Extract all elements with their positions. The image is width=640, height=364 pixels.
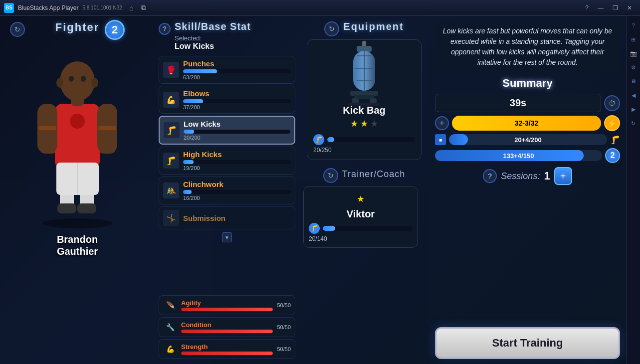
agility-bar-container [181,308,273,311]
skill-stat-bar-icon: ■ [435,134,446,145]
sidebar-icon-refresh[interactable]: ↻ [628,118,639,129]
time-row: 39s ⏱ [435,94,620,112]
energy-row: + 32-3/32 ⚡ [435,115,620,131]
punches-name: Punches [183,59,291,68]
right-sidebar: ? ⊞ 📷 ⚙ 🖥 ◀ ▶ ↻ [626,16,640,364]
equipment-title: Equipment [343,21,404,32]
equipment-stars: ★ ★ ★ [350,118,378,129]
window-controls: ? — ❐ ✕ [581,3,636,12]
bluestacks-logo: BS [4,3,14,13]
skill-item-low-kicks[interactable]: 🦵 Low Kicks 20/200 [159,116,295,145]
timer-icon: ⏱ [604,95,620,111]
sidebar-icon-help[interactable]: ? [628,20,639,31]
skill-item-punches[interactable]: 🥊 Punches 63/200 [159,56,295,84]
sessions-help-button[interactable]: ? [483,169,497,183]
title-bar-left: BS BlueStacks App Player 5.8.101.1001 N3… [4,2,149,13]
skill-stat-bar-fill [449,134,468,145]
sidebar-icon-back[interactable]: ◀ [628,90,639,101]
equipment-stat-bar: 🦵 20/250 [313,134,415,154]
energy-bar: 32-3/32 [452,116,601,131]
equipment-name: Kick Bag [343,105,386,116]
equip-stat-icon: 🦵 [313,134,324,145]
sidebar-icon-settings[interactable]: ⚙ [628,62,639,73]
condition-value: 50/50 [277,324,291,330]
trainer-bar-fill [323,226,335,231]
elbows-bar-container [183,99,291,103]
energy-icon: ⚡ [604,115,620,131]
fighter-section: Fighter ↻ 2 [0,16,155,364]
agility-name: Agility [181,299,273,307]
elbows-icon: 💪 [163,92,179,108]
punches-value: 63/200 [183,74,291,80]
high-kicks-name: High Kicks [183,150,291,159]
sidebar-icon-camera[interactable]: 📷 [628,48,639,59]
strength-info: Strength [181,343,273,355]
xp-row: 133+4/150 2 [435,148,620,163]
nav-buttons: ⌂ ⧉ [126,2,149,13]
multi-button[interactable]: ⧉ [138,2,149,13]
star-1: ★ [350,118,358,129]
trainer-refresh-button[interactable]: ↻ [323,168,338,183]
elbows-bar [183,99,203,103]
elbows-value: 37/200 [183,104,291,110]
condition-name: Condition [181,321,273,329]
fighter-refresh-button[interactable]: ↻ [10,22,25,37]
equipment-card: Kick Bag ★ ★ ★ 🦵 20/250 [307,39,422,160]
star-3: ★ [370,118,378,129]
sidebar-icon-display[interactable]: 🖥 [628,76,639,87]
star-2: ★ [360,118,368,129]
skill-stat-logo: 🦵 [610,135,620,145]
xp-bar-text: 133+4/150 [503,152,534,160]
equipment-refresh-button[interactable]: ↻ [324,21,339,36]
agility-icon: 🪶 [163,298,177,312]
punches-info: Punches 63/200 [183,59,291,80]
condition-bar [181,330,273,333]
skill-help-button[interactable]: ? [159,23,171,35]
svg-rect-7 [55,104,100,169]
skill-scroll-down[interactable]: ▼ [222,232,232,242]
close-button[interactable]: ✕ [623,3,636,12]
elbows-name: Elbows [183,89,291,98]
trainer-card: ★ Viktor 🦵 20/140 [303,186,418,248]
svg-point-16 [81,76,86,82]
equip-bar-fill [327,137,334,142]
sidebar-icon-forward[interactable]: ▶ [628,104,639,115]
punches-bar-container [183,69,291,73]
summary-title: Summary [435,77,620,90]
sessions-row: ? Sessions: 1 + [435,167,620,185]
skill-description: Low kicks are fast but powerful moves th… [435,21,620,73]
trainer-title: Trainer/Coach [342,169,405,180]
svg-point-15 [69,76,74,82]
low-kicks-icon: 🦵 [164,122,180,138]
submission-name: Submission [183,214,291,222]
sidebar-icon-grid[interactable]: ⊞ [628,34,639,45]
svg-point-17 [56,78,63,88]
trainer-stat-bar: 🦵 20/140 [309,223,413,242]
help-button[interactable]: ? [581,3,593,12]
restore-button[interactable]: ❐ [609,3,622,12]
stat-item-strength: 💪 Strength 50/50 [159,339,295,359]
energy-plus-button[interactable]: + [435,116,449,130]
start-training-button[interactable]: Start Training [435,327,620,359]
stat-item-condition: 🔧 Condition 50/50 [159,317,295,337]
skill-item-clinchwork[interactable]: 🤼 Clinchwork 16/200 [159,177,295,204]
sessions-add-button[interactable]: + [554,167,572,185]
skill-item-high-kicks[interactable]: 🦵 High Kicks 19/200 [159,147,295,175]
high-kicks-info: High Kicks 19/200 [183,150,291,171]
minimize-button[interactable]: — [594,3,608,12]
svg-rect-19 [38,126,56,130]
trainer-stars: ★ [357,193,365,204]
fighter-name: Brandon Gauthier [57,233,98,257]
high-kicks-bar-container [183,160,291,164]
svg-point-0 [42,218,112,228]
skill-item-submission[interactable]: 🤸 Submission [159,206,295,229]
selected-skill-name: Low Kicks [175,42,251,51]
low-kicks-name: Low Kicks [184,120,290,128]
svg-rect-32 [348,103,380,106]
trainer-stat-icon: 🦵 [309,223,320,234]
skill-item-elbows[interactable]: 💪 Elbows 37/200 [159,86,295,114]
clinchwork-info: Clinchwork 16/200 [183,180,291,201]
home-button[interactable]: ⌂ [126,3,136,13]
trainer-name: Viktor [347,208,375,220]
clinchwork-icon: 🤼 [163,182,179,198]
